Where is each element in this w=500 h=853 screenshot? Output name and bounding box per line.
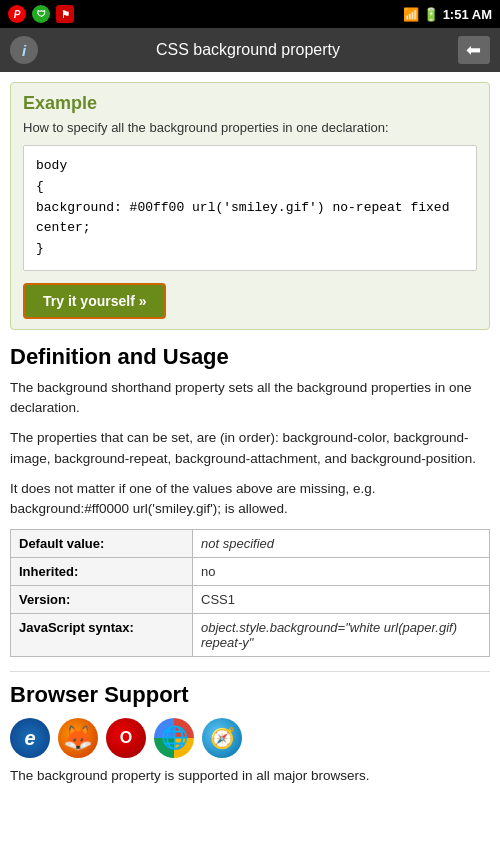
signal-icon: 📶 <box>403 7 419 22</box>
browser-icons-row: e 🦊 O 🌐 🧭 <box>10 718 490 758</box>
main-content: Example How to specify all the backgroun… <box>0 72 500 793</box>
definition-section: Definition and Usage The background shor… <box>10 344 490 658</box>
table-row: JavaScript syntax:object.style.backgroun… <box>11 614 490 657</box>
code-block: body { background: #00ff00 url('smiley.g… <box>23 145 477 271</box>
section-divider <box>10 671 490 672</box>
safari-icon: 🧭 <box>202 718 242 758</box>
try-it-button[interactable]: Try it yourself » <box>23 283 166 319</box>
back-icon: ⬅ <box>466 39 481 61</box>
browser-support-section: Browser Support e 🦊 O 🌐 🧭 The backgrou <box>10 682 490 783</box>
table-value-cell: CSS1 <box>193 586 490 614</box>
definition-para3: It does not matter if one of the values … <box>10 479 490 520</box>
nav-bar: i CSS background property ⬅ <box>0 28 500 72</box>
status-icons-left: P 🛡 ⚑ <box>8 5 74 23</box>
opera-icon: O <box>106 718 146 758</box>
chrome-icon: 🌐 <box>154 718 194 758</box>
table-label-cell: Version: <box>11 586 193 614</box>
info-icon: i <box>22 42 26 59</box>
table-label-cell: Inherited: <box>11 558 193 586</box>
table-value-cell: not specified <box>193 530 490 558</box>
shield-red-icon: ⚑ <box>56 5 74 23</box>
battery-icon: 🔋 <box>423 7 439 22</box>
table-value-cell: object.style.background="white url(paper… <box>193 614 490 657</box>
p-icon: P <box>8 5 26 23</box>
info-button[interactable]: i <box>10 36 38 64</box>
browser-support-title: Browser Support <box>10 682 490 708</box>
example-description: How to specify all the background proper… <box>23 120 477 135</box>
table-label-cell: JavaScript syntax: <box>11 614 193 657</box>
definition-para2: The properties that can be set, are (in … <box>10 428 490 469</box>
table-row: Inherited:no <box>11 558 490 586</box>
shield-green-icon: 🛡 <box>32 5 50 23</box>
table-row: Default value:not specified <box>11 530 490 558</box>
table-value-cell: no <box>193 558 490 586</box>
example-title: Example <box>23 93 477 114</box>
ie-icon: e <box>10 718 50 758</box>
time-display: 1:51 AM <box>443 7 492 22</box>
definition-para1: The background shorthand property sets a… <box>10 378 490 419</box>
properties-table: Default value:not specifiedInherited:noV… <box>10 529 490 657</box>
example-section: Example How to specify all the backgroun… <box>10 82 490 330</box>
firefox-icon: 🦊 <box>58 718 98 758</box>
back-button[interactable]: ⬅ <box>458 36 490 64</box>
table-row: Version:CSS1 <box>11 586 490 614</box>
definition-title: Definition and Usage <box>10 344 490 370</box>
status-right: 📶 🔋 1:51 AM <box>403 7 492 22</box>
status-bar: P 🛡 ⚑ 📶 🔋 1:51 AM <box>0 0 500 28</box>
page-title: CSS background property <box>156 41 340 59</box>
table-label-cell: Default value: <box>11 530 193 558</box>
browser-support-note: The background property is supported in … <box>10 768 490 783</box>
